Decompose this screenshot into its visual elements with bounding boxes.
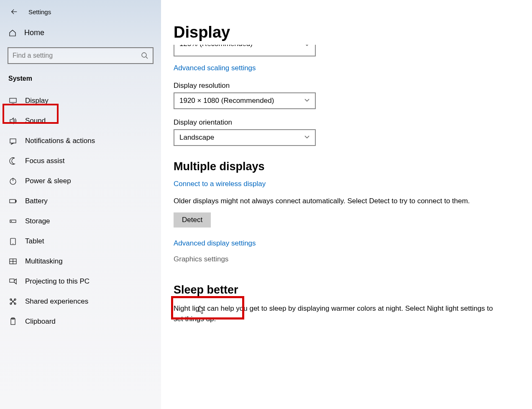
resolution-dropdown[interactable]: 1920 × 1080 (Recommended): [174, 92, 316, 109]
resolution-label: Display resolution: [174, 82, 519, 90]
nav-list: Display Sound Notifications & actions Fo…: [0, 91, 161, 332]
display-icon: [8, 97, 18, 105]
svg-rect-10: [10, 139, 16, 143]
sleep-better-heading: Sleep better: [174, 284, 519, 297]
shared-icon: [8, 297, 18, 306]
sidebar-item-power-sleep[interactable]: Power & sleep: [0, 171, 161, 191]
chevron-down-icon: [304, 97, 310, 105]
sidebar-item-label: Focus assist: [25, 157, 64, 165]
home-nav[interactable]: Home: [0, 23, 161, 42]
page-title: Display: [174, 23, 519, 41]
battery-icon: [8, 197, 18, 205]
projecting-icon: [8, 277, 18, 286]
storage-icon: [8, 217, 18, 225]
connect-wireless-link[interactable]: Connect to a wireless display: [174, 180, 266, 188]
search-icon: [141, 52, 148, 59]
resolution-value: 1920 × 1080 (Recommended): [179, 97, 274, 105]
graphics-settings-link[interactable]: Graphics settings: [174, 255, 228, 263]
sidebar-item-tablet[interactable]: Tablet: [0, 231, 161, 251]
svg-rect-29: [11, 319, 15, 325]
sidebar-item-multitasking[interactable]: Multitasking: [0, 251, 161, 271]
orientation-value: Landscape: [179, 133, 214, 142]
sidebar-item-label: Notifications & actions: [25, 137, 95, 145]
notifications-icon: [8, 137, 18, 145]
svg-line-6: [146, 57, 148, 59]
detect-hint-text: Older displays might not always connect …: [174, 196, 500, 207]
svg-point-16: [11, 221, 11, 221]
advanced-scaling-link[interactable]: Advanced scaling settings: [174, 64, 256, 72]
svg-rect-7: [10, 98, 16, 102]
power-icon: [8, 177, 18, 185]
sidebar-item-label: Shared experiences: [25, 297, 88, 306]
svg-marker-9: [10, 118, 13, 124]
sidebar-item-focus-assist[interactable]: Focus assist: [0, 151, 161, 171]
sidebar-item-storage[interactable]: Storage: [0, 211, 161, 231]
svg-rect-22: [10, 279, 14, 282]
svg-rect-13: [10, 199, 15, 203]
svg-point-5: [142, 53, 146, 57]
sidebar: Settings Home System Display Sound: [0, 0, 161, 409]
orientation-dropdown[interactable]: Landscape: [174, 129, 316, 146]
detect-button[interactable]: Detect: [174, 212, 211, 228]
sidebar-item-label: Sound: [25, 117, 46, 125]
app-title: Settings: [28, 8, 51, 15]
multitasking-icon: [8, 257, 18, 266]
svg-rect-14: [15, 200, 16, 202]
sidebar-item-label: Clipboard: [25, 317, 56, 326]
sidebar-item-notifications[interactable]: Notifications & actions: [0, 131, 161, 151]
sidebar-item-clipboard[interactable]: Clipboard: [0, 312, 161, 332]
sidebar-item-projecting[interactable]: Projecting to this PC: [0, 271, 161, 291]
sound-icon: [8, 117, 18, 125]
category-heading: System: [0, 72, 161, 87]
back-button[interactable]: [10, 8, 18, 16]
tablet-icon: [8, 237, 18, 245]
sidebar-item-sound[interactable]: Sound: [0, 111, 161, 131]
clipboard-icon: [8, 317, 18, 326]
sidebar-item-label: Projecting to this PC: [25, 277, 90, 286]
sidebar-item-label: Multitasking: [25, 257, 63, 266]
sleep-body-text: Night light can help you get to sleep by…: [174, 303, 500, 325]
sidebar-item-display[interactable]: Display: [0, 91, 161, 111]
main-content: Display 125% (Recommended) Advanced scal…: [161, 0, 532, 409]
search-box[interactable]: [8, 47, 153, 64]
advanced-display-link[interactable]: Advanced display settings: [174, 239, 256, 248]
chevron-down-icon: [304, 45, 310, 49]
sidebar-item-label: Storage: [25, 217, 50, 225]
sidebar-item-label: Battery: [25, 197, 48, 205]
sidebar-item-label: Power & sleep: [25, 177, 71, 185]
sidebar-item-shared-experiences[interactable]: Shared experiences: [0, 291, 161, 312]
scale-dropdown[interactable]: 125% (Recommended): [174, 45, 316, 56]
moon-icon: [8, 157, 18, 165]
scale-value: 125% (Recommended): [179, 45, 253, 48]
orientation-label: Display orientation: [174, 118, 519, 127]
multiple-displays-heading: Multiple displays: [174, 160, 519, 173]
search-input[interactable]: [13, 52, 141, 59]
sidebar-item-label: Tablet: [25, 237, 44, 245]
sidebar-item-battery[interactable]: Battery: [0, 191, 161, 211]
chevron-down-icon: [304, 133, 310, 142]
home-label: Home: [24, 28, 44, 37]
sidebar-item-label: Display: [25, 97, 49, 105]
home-icon: [8, 29, 17, 37]
